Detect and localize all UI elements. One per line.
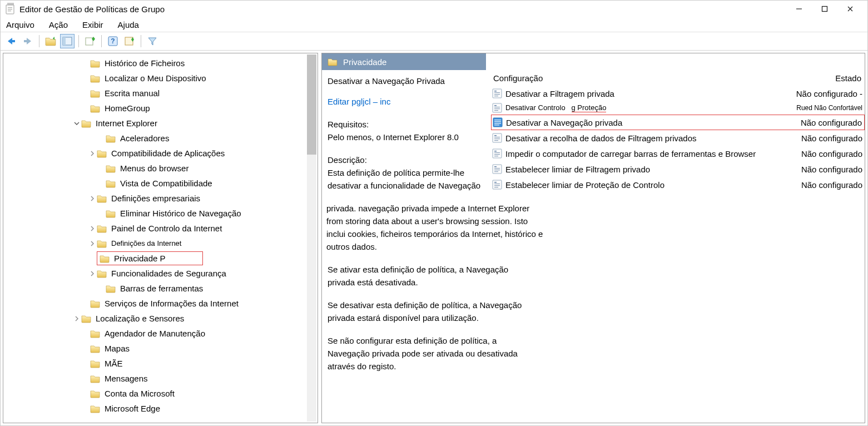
settings-row[interactable]: Estabelecer limiar de Filtragem privadoN… (491, 161, 865, 177)
help-button[interactable]: ? (106, 34, 120, 48)
chevron-right-icon[interactable] (88, 196, 97, 201)
column-config[interactable]: Configuração (491, 73, 790, 83)
tree-node[interactable]: Menus do browser (3, 161, 318, 176)
properties-button[interactable] (122, 34, 137, 48)
tree-node[interactable]: HomeGroup (3, 101, 318, 116)
folder-icon (90, 89, 100, 98)
list-header: Configuração Estado (491, 70, 865, 86)
requirements-label: Requisitos: (328, 118, 487, 131)
description-text-1: Esta definição de política permite-lhe d… (328, 166, 487, 192)
tree-node[interactable]: Internet Explorer (3, 116, 318, 131)
tree-node[interactable]: Localizar o Meu Dispositivo (3, 71, 318, 86)
tree-node[interactable]: Definições empresariais (3, 191, 318, 206)
tree-scrollbar[interactable] (307, 55, 316, 422)
folder-icon (106, 164, 116, 173)
settings-row-label: Impedir o computador de carregar barras … (505, 149, 790, 158)
folder-icon (97, 149, 107, 158)
policy-icon (492, 180, 502, 190)
folder-icon (106, 284, 116, 293)
tree-node[interactable]: Conta da Microsoft (3, 386, 318, 401)
tree-node[interactable]: Aceleradores (3, 131, 318, 146)
tree-node-label: Escrita manual (105, 88, 160, 98)
tree-node-label: Mensagens (105, 374, 148, 383)
tree-node[interactable]: Mapas (3, 341, 318, 356)
tree-node[interactable]: MÃE (3, 356, 318, 371)
column-state[interactable]: Estado (790, 73, 865, 83)
tree-node[interactable]: Vista de Compatibilidade (3, 176, 318, 191)
tree-node-label: Privacidade P (114, 254, 199, 263)
tree-node[interactable]: Histórico de Ficheiros (3, 56, 318, 71)
window-title: Editor de Gestão de Políticas de Grupo (19, 4, 165, 14)
show-pane-button[interactable] (60, 34, 75, 48)
tree-node[interactable]: Eliminar Histórico de Navegação (3, 206, 318, 221)
tree-node-label: Definições da Internet (111, 239, 181, 247)
policy-icon (492, 133, 502, 143)
folder-icon (90, 59, 100, 68)
filter-button[interactable] (145, 34, 160, 48)
folder-icon (106, 209, 116, 218)
tree-node-label: Localização e Sensores (96, 314, 184, 323)
settings-row[interactable]: Estabelecer limiar de Proteção de Contro… (491, 177, 865, 192)
toolbar-separator (78, 35, 79, 47)
chevron-right-icon[interactable] (88, 271, 97, 276)
settings-row-state: Não configurado (790, 133, 865, 143)
settings-row-label: Desativar a recolha de dados de Filtrage… (505, 133, 790, 143)
minimize-button[interactable] (786, 1, 812, 17)
tree-node-label: Definições empresariais (111, 194, 200, 203)
description-text-3: Se ativar esta definição de política, a … (328, 263, 517, 289)
tree-node[interactable]: Agendador de Manutenção (3, 326, 318, 341)
folder-icon (106, 179, 116, 188)
tree-node[interactable]: Serviços de Informações da Internet (3, 296, 318, 311)
tree-node-label: Compatibilidade de Aplicações (111, 148, 225, 158)
settings-row[interactable]: Desativar a recolha de dados de Filtrage… (491, 130, 865, 146)
chevron-right-icon[interactable] (88, 226, 97, 231)
edit-policy-link[interactable]: Editar pgljcl – inc (328, 97, 390, 106)
tree-node[interactable]: Painel de Controlo da Internet (3, 221, 318, 236)
tree-node[interactable]: Escrita manual (3, 86, 318, 101)
tree-node[interactable]: Funcionalidades de Segurança (3, 266, 318, 281)
menu-view[interactable]: Exibir (82, 20, 103, 29)
menu-file[interactable]: Arquivo (6, 20, 34, 29)
close-button[interactable] (837, 1, 863, 17)
forward-button[interactable] (21, 34, 35, 48)
tree-node[interactable]: Barras de ferramentas (3, 281, 318, 296)
folder-icon (97, 224, 107, 233)
settings-row[interactable]: Desativar Controlo g ProteçãoRued Não Co… (491, 101, 865, 115)
chevron-down-icon[interactable] (72, 121, 81, 126)
policy-icon (492, 88, 502, 98)
settings-row[interactable]: Impedir o computador de carregar barras … (491, 146, 865, 161)
menu-action[interactable]: Ação (49, 20, 68, 29)
tree[interactable]: Histórico de FicheirosLocalizar o Meu Di… (3, 53, 318, 418)
description-column: Desativar a Navegação Privada Editar pgl… (322, 70, 491, 423)
settings-row[interactable]: Desativar a Navegação privadaNão configu… (491, 115, 865, 130)
tree-node[interactable]: Localização e Sensores (3, 311, 318, 326)
tree-node[interactable]: Microsoft Edge (3, 401, 318, 416)
folder-icon (81, 314, 91, 323)
menu-help[interactable]: Ajuda (118, 20, 139, 29)
tree-node[interactable]: Mensagens (3, 371, 318, 386)
chevron-right-icon[interactable] (88, 151, 97, 156)
tree-pane: Histórico de FicheirosLocalizar o Meu Di… (3, 53, 318, 423)
folder-icon (90, 299, 100, 308)
chevron-right-icon[interactable] (72, 316, 81, 321)
tree-node[interactable]: Privacidade P (97, 251, 203, 265)
folder-icon (106, 134, 116, 143)
folder-icon (81, 119, 91, 128)
tree-node-label: Vista de Compatibilidade (120, 179, 212, 188)
tree-node[interactable]: Definições da Internet (3, 236, 318, 251)
chevron-right-icon[interactable] (88, 241, 97, 246)
settings-row[interactable]: Desativar a Filtragem privadaNão configu… (491, 86, 865, 101)
maximize-button[interactable] (812, 1, 837, 17)
back-button[interactable] (4, 34, 18, 48)
tree-node-label: Localizar o Meu Dispositivo (105, 73, 206, 83)
folder-icon (90, 344, 100, 353)
folder-icon (90, 404, 100, 413)
up-button[interactable] (43, 34, 58, 48)
scrollbar-thumb[interactable] (307, 55, 316, 155)
folder-icon (90, 359, 100, 368)
toolbar-separator (141, 35, 141, 47)
settings-row-label: Estabelecer limiar de Filtragem privado (505, 165, 790, 174)
export-button[interactable] (83, 34, 97, 48)
tree-node[interactable]: Compatibilidade de Aplicações (3, 146, 318, 161)
settings-list: Configuração Estado Desativar a Filtrage… (491, 70, 865, 423)
